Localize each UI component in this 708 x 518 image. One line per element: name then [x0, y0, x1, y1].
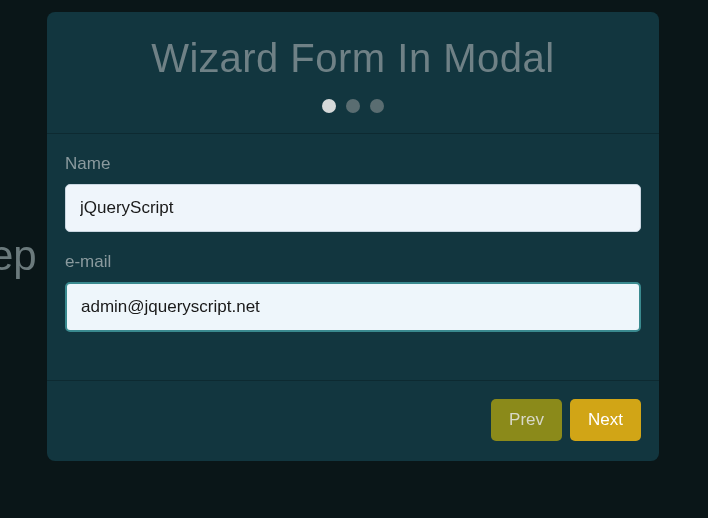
email-input[interactable] [65, 282, 641, 332]
next-button[interactable]: Next [570, 399, 641, 441]
step-indicator [67, 99, 639, 113]
step-dot-1[interactable] [322, 99, 336, 113]
modal-footer: Prev Next [47, 380, 659, 461]
email-group: e-mail [65, 252, 641, 332]
wizard-modal: Wizard Form In Modal Name e-mail Prev Ne… [47, 12, 659, 461]
prev-button[interactable]: Prev [491, 399, 562, 441]
modal-title: Wizard Form In Modal [67, 36, 639, 81]
background-text: ep [0, 232, 37, 280]
step-dot-2[interactable] [346, 99, 360, 113]
name-group: Name [65, 154, 641, 232]
step-dot-3[interactable] [370, 99, 384, 113]
modal-header: Wizard Form In Modal [47, 12, 659, 134]
name-label: Name [65, 154, 641, 174]
email-label: e-mail [65, 252, 641, 272]
name-input[interactable] [65, 184, 641, 232]
modal-body: Name e-mail [47, 134, 659, 380]
